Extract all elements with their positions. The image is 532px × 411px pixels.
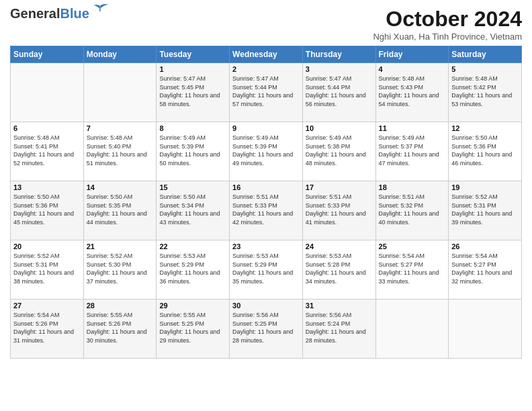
- weekday-row: SundayMondayTuesdayWednesdayThursdayFrid…: [11, 46, 522, 63]
- day-info: Sunrise: 5:53 AM Sunset: 5:29 PM Dayligh…: [232, 252, 300, 285]
- calendar-cell: 2Sunrise: 5:47 AM Sunset: 5:44 PM Daylig…: [230, 63, 303, 122]
- calendar-cell: 28Sunrise: 5:55 AM Sunset: 5:26 PM Dayli…: [83, 300, 157, 359]
- calendar-cell: [449, 300, 522, 359]
- calendar-cell: 10Sunrise: 5:49 AM Sunset: 5:38 PM Dayli…: [302, 122, 375, 181]
- day-number: 14: [87, 183, 154, 191]
- day-info: Sunrise: 5:47 AM Sunset: 5:44 PM Dayligh…: [306, 75, 373, 108]
- calendar-cell: 8Sunrise: 5:49 AM Sunset: 5:39 PM Daylig…: [157, 122, 230, 181]
- weekday-header-thursday: Thursday: [302, 46, 375, 63]
- calendar-cell: 5Sunrise: 5:48 AM Sunset: 5:42 PM Daylig…: [449, 63, 522, 122]
- title-section: October 2024 Nghi Xuan, Ha Tinh Province…: [373, 7, 522, 42]
- day-number: 30: [232, 302, 300, 310]
- weekday-header-saturday: Saturday: [449, 46, 522, 63]
- month-title: October 2024: [373, 7, 522, 32]
- calendar-cell: 16Sunrise: 5:51 AM Sunset: 5:33 PM Dayli…: [230, 181, 303, 240]
- day-info: Sunrise: 5:55 AM Sunset: 5:26 PM Dayligh…: [87, 311, 154, 345]
- day-info: Sunrise: 5:54 AM Sunset: 5:27 PM Dayligh…: [379, 252, 446, 285]
- day-info: Sunrise: 5:47 AM Sunset: 5:45 PM Dayligh…: [159, 75, 226, 108]
- calendar-cell: 31Sunrise: 5:56 AM Sunset: 5:24 PM Dayli…: [302, 300, 375, 359]
- day-number: 16: [232, 183, 300, 191]
- day-number: 13: [13, 183, 81, 191]
- day-number: 17: [306, 183, 373, 191]
- calendar-cell: [83, 63, 157, 122]
- header: GeneralBlue October 2024 Nghi Xuan, Ha T…: [10, 7, 522, 42]
- day-number: 24: [306, 242, 373, 250]
- weekday-header-tuesday: Tuesday: [157, 46, 230, 63]
- calendar-cell: 21Sunrise: 5:52 AM Sunset: 5:30 PM Dayli…: [83, 240, 157, 300]
- day-info: Sunrise: 5:56 AM Sunset: 5:25 PM Dayligh…: [232, 311, 300, 345]
- calendar-cell: [375, 300, 449, 359]
- calendar-cell: 26Sunrise: 5:54 AM Sunset: 5:27 PM Dayli…: [449, 240, 522, 300]
- calendar-cell: 13Sunrise: 5:50 AM Sunset: 5:36 PM Dayli…: [11, 181, 84, 240]
- weekday-header-wednesday: Wednesday: [230, 46, 303, 63]
- day-info: Sunrise: 5:54 AM Sunset: 5:26 PM Dayligh…: [13, 311, 81, 345]
- day-info: Sunrise: 5:48 AM Sunset: 5:43 PM Dayligh…: [379, 75, 446, 108]
- calendar-cell: 27Sunrise: 5:54 AM Sunset: 5:26 PM Dayli…: [11, 300, 84, 359]
- day-info: Sunrise: 5:49 AM Sunset: 5:39 PM Dayligh…: [232, 134, 300, 167]
- day-info: Sunrise: 5:51 AM Sunset: 5:32 PM Dayligh…: [379, 193, 446, 226]
- day-info: Sunrise: 5:48 AM Sunset: 5:40 PM Dayligh…: [87, 134, 154, 167]
- day-info: Sunrise: 5:52 AM Sunset: 5:30 PM Dayligh…: [87, 252, 154, 285]
- calendar-cell: 30Sunrise: 5:56 AM Sunset: 5:25 PM Dayli…: [230, 300, 303, 359]
- calendar-body: 1Sunrise: 5:47 AM Sunset: 5:45 PM Daylig…: [11, 63, 522, 359]
- day-info: Sunrise: 5:49 AM Sunset: 5:37 PM Dayligh…: [379, 134, 446, 167]
- location: Nghi Xuan, Ha Tinh Province, Vietnam: [373, 32, 522, 42]
- calendar-cell: 20Sunrise: 5:52 AM Sunset: 5:31 PM Dayli…: [11, 240, 84, 300]
- day-info: Sunrise: 5:47 AM Sunset: 5:44 PM Dayligh…: [232, 75, 300, 108]
- calendar-cell: 6Sunrise: 5:48 AM Sunset: 5:41 PM Daylig…: [11, 122, 84, 181]
- day-number: 8: [159, 124, 226, 132]
- calendar-week-row: 20Sunrise: 5:52 AM Sunset: 5:31 PM Dayli…: [11, 240, 522, 300]
- day-number: 10: [306, 124, 373, 132]
- day-number: 20: [13, 242, 81, 250]
- calendar-cell: 18Sunrise: 5:51 AM Sunset: 5:32 PM Dayli…: [375, 181, 449, 240]
- logo-text: GeneralBlue: [10, 7, 89, 20]
- day-number: 27: [13, 302, 81, 310]
- day-number: 19: [451, 183, 519, 191]
- day-number: 25: [379, 242, 446, 250]
- calendar-cell: 14Sunrise: 5:50 AM Sunset: 5:35 PM Dayli…: [83, 181, 157, 240]
- day-info: Sunrise: 5:51 AM Sunset: 5:33 PM Dayligh…: [306, 193, 373, 226]
- calendar-week-row: 27Sunrise: 5:54 AM Sunset: 5:26 PM Dayli…: [11, 300, 522, 359]
- day-number: 7: [87, 124, 154, 132]
- day-info: Sunrise: 5:48 AM Sunset: 5:41 PM Dayligh…: [13, 134, 81, 167]
- calendar-cell: 24Sunrise: 5:53 AM Sunset: 5:28 PM Dayli…: [302, 240, 375, 300]
- day-info: Sunrise: 5:55 AM Sunset: 5:25 PM Dayligh…: [159, 311, 226, 345]
- calendar-cell: 15Sunrise: 5:50 AM Sunset: 5:34 PM Dayli…: [157, 181, 230, 240]
- logo-bird-icon: [91, 3, 109, 18]
- day-info: Sunrise: 5:52 AM Sunset: 5:31 PM Dayligh…: [13, 252, 81, 285]
- day-info: Sunrise: 5:56 AM Sunset: 5:24 PM Dayligh…: [306, 311, 373, 345]
- day-info: Sunrise: 5:54 AM Sunset: 5:27 PM Dayligh…: [451, 252, 519, 285]
- day-number: 4: [379, 65, 446, 73]
- calendar-week-row: 6Sunrise: 5:48 AM Sunset: 5:41 PM Daylig…: [11, 122, 522, 181]
- calendar-cell: 12Sunrise: 5:50 AM Sunset: 5:36 PM Dayli…: [449, 122, 522, 181]
- day-number: 21: [87, 242, 154, 250]
- day-info: Sunrise: 5:50 AM Sunset: 5:36 PM Dayligh…: [451, 134, 519, 167]
- day-info: Sunrise: 5:50 AM Sunset: 5:34 PM Dayligh…: [159, 193, 226, 226]
- calendar-week-row: 13Sunrise: 5:50 AM Sunset: 5:36 PM Dayli…: [11, 181, 522, 240]
- day-number: 22: [159, 242, 226, 250]
- day-number: 31: [306, 302, 373, 310]
- day-info: Sunrise: 5:52 AM Sunset: 5:31 PM Dayligh…: [451, 193, 519, 226]
- day-number: 12: [451, 124, 519, 132]
- calendar-cell: 25Sunrise: 5:54 AM Sunset: 5:27 PM Dayli…: [375, 240, 449, 300]
- day-number: 26: [451, 242, 519, 250]
- calendar-cell: 29Sunrise: 5:55 AM Sunset: 5:25 PM Dayli…: [157, 300, 230, 359]
- calendar-table: SundayMondayTuesdayWednesdayThursdayFrid…: [10, 46, 522, 359]
- day-number: 11: [379, 124, 446, 132]
- day-info: Sunrise: 5:51 AM Sunset: 5:33 PM Dayligh…: [232, 193, 300, 226]
- day-number: 23: [232, 242, 300, 250]
- day-number: 1: [159, 65, 226, 73]
- day-info: Sunrise: 5:48 AM Sunset: 5:42 PM Dayligh…: [451, 75, 519, 108]
- weekday-header-monday: Monday: [83, 46, 157, 63]
- calendar-cell: 11Sunrise: 5:49 AM Sunset: 5:37 PM Dayli…: [375, 122, 449, 181]
- day-number: 15: [159, 183, 226, 191]
- calendar-cell: 7Sunrise: 5:48 AM Sunset: 5:40 PM Daylig…: [83, 122, 157, 181]
- day-number: 2: [232, 65, 300, 73]
- calendar-cell: 4Sunrise: 5:48 AM Sunset: 5:43 PM Daylig…: [375, 63, 449, 122]
- day-number: 28: [87, 302, 154, 310]
- calendar-cell: 9Sunrise: 5:49 AM Sunset: 5:39 PM Daylig…: [230, 122, 303, 181]
- calendar-cell: 3Sunrise: 5:47 AM Sunset: 5:44 PM Daylig…: [302, 63, 375, 122]
- weekday-header-sunday: Sunday: [11, 46, 84, 63]
- day-number: 29: [159, 302, 226, 310]
- calendar-header: SundayMondayTuesdayWednesdayThursdayFrid…: [11, 46, 522, 63]
